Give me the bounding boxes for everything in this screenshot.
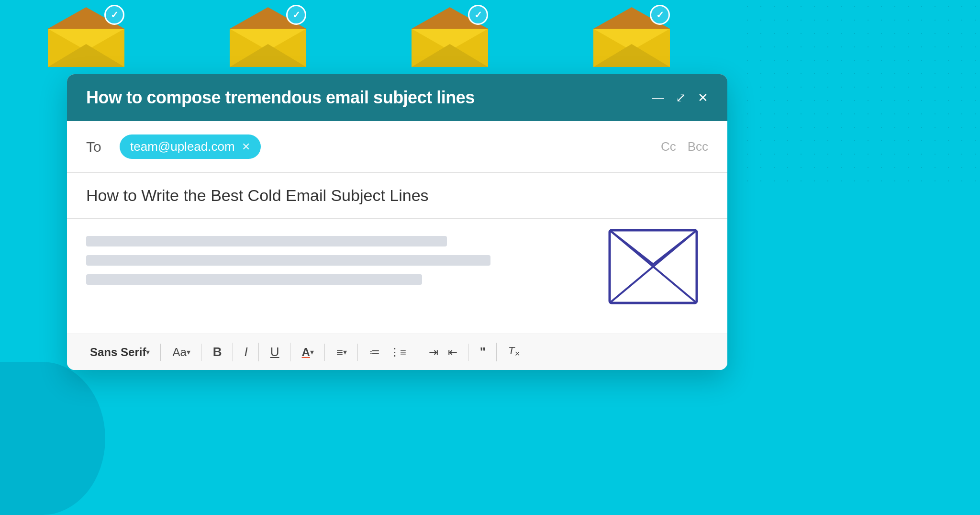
checkmark-badge-1: ✓: [104, 5, 124, 25]
bcc-button[interactable]: Bcc: [688, 139, 708, 154]
envelopes-row: ✓ ✓ ✓ ✓: [48, 5, 670, 67]
underline-button[interactable]: U: [267, 343, 283, 361]
font-family-group: Sans Serif ▾: [86, 344, 161, 361]
email-chip[interactable]: team@uplead.com ✕: [120, 134, 261, 159]
underline-group: U: [267, 343, 290, 361]
indent-button[interactable]: ⇥: [425, 344, 442, 361]
body-area[interactable]: [67, 219, 727, 334]
bold-button[interactable]: B: [209, 343, 226, 361]
email-compose-dialog: How to compose tremendous email subject …: [67, 74, 727, 370]
font-size-arrow: ▾: [187, 347, 190, 357]
font-family-arrow: ▾: [146, 347, 150, 357]
to-label: To: [86, 139, 110, 155]
align-group: ≡ ▾: [333, 344, 358, 361]
font-color-label: A: [302, 346, 310, 359]
ordered-list-button[interactable]: ≔: [366, 344, 384, 360]
italic-group: I: [241, 343, 259, 361]
font-family-button[interactable]: Sans Serif ▾: [86, 344, 154, 361]
font-color-arrow: ▾: [310, 347, 314, 357]
remove-recipient-button[interactable]: ✕: [242, 141, 250, 153]
subject-row: How to Write the Best Cold Email Subject…: [67, 173, 727, 219]
align-button[interactable]: ≡ ▾: [333, 344, 351, 361]
checkmark-badge-4: ✓: [650, 5, 670, 25]
dialog-controls: — ⤢ ✕: [652, 91, 708, 104]
envelope-2: ✓: [230, 5, 306, 67]
italic-button[interactable]: I: [241, 343, 252, 361]
checkmark-badge-3: ✓: [468, 5, 488, 25]
font-size-group: Aa ▾: [168, 344, 201, 361]
envelope-1: ✓: [48, 5, 124, 67]
envelope-illustration: [608, 228, 699, 307]
body-text-line-1: [86, 236, 447, 246]
toolbar: Sans Serif ▾ Aa ▾ B I U: [67, 334, 727, 370]
to-row: To team@uplead.com ✕ Cc Bcc: [67, 121, 727, 173]
unordered-list-button[interactable]: ⋮≡: [386, 344, 410, 360]
body-text-line-2: [86, 255, 490, 266]
dialog-body: To team@uplead.com ✕ Cc Bcc How to Write…: [67, 121, 727, 370]
outdent-icon: ⇤: [448, 346, 457, 359]
checkmark-badge-2: ✓: [286, 5, 306, 25]
dialog-header: How to compose tremendous email subject …: [67, 74, 727, 121]
align-icon: ≡: [336, 346, 343, 359]
font-color-group: A ▾: [298, 344, 325, 361]
dialog-title: How to compose tremendous email subject …: [86, 88, 475, 108]
font-color-button[interactable]: A ▾: [298, 344, 318, 361]
clear-format-button[interactable]: T×: [504, 343, 523, 361]
close-button[interactable]: ✕: [698, 91, 708, 104]
unordered-list-icon: ⋮≡: [390, 346, 406, 358]
maximize-button[interactable]: ⤢: [676, 91, 686, 104]
dot-pattern-decoration: [741, 0, 980, 191]
outdent-button[interactable]: ⇤: [444, 344, 461, 361]
blob-decoration: [0, 362, 105, 515]
subject-text[interactable]: How to Write the Best Cold Email Subject…: [86, 186, 429, 204]
clear-format-group: T×: [504, 343, 530, 361]
font-size-button[interactable]: Aa ▾: [168, 344, 194, 361]
list-group: ≔ ⋮≡: [366, 344, 417, 360]
font-size-label: Aa: [172, 346, 186, 359]
bold-group: B: [209, 343, 233, 361]
quote-group: ": [476, 343, 497, 361]
recipient-email: team@uplead.com: [130, 139, 235, 154]
ordered-list-icon: ≔: [369, 346, 380, 358]
align-arrow: ▾: [343, 347, 347, 357]
blockquote-icon: ": [480, 345, 486, 359]
cc-bcc-controls: Cc Bcc: [661, 139, 708, 154]
blockquote-button[interactable]: ": [476, 343, 490, 361]
envelope-4: ✓: [593, 5, 670, 67]
font-family-label: Sans Serif: [90, 346, 146, 359]
indent-group: ⇥ ⇤: [425, 344, 468, 361]
minimize-button[interactable]: —: [652, 91, 664, 104]
cc-button[interactable]: Cc: [661, 139, 676, 154]
body-text-line-3: [86, 274, 422, 285]
clear-format-icon: T×: [508, 345, 520, 359]
envelope-3: ✓: [412, 5, 488, 67]
indent-icon: ⇥: [429, 346, 438, 359]
